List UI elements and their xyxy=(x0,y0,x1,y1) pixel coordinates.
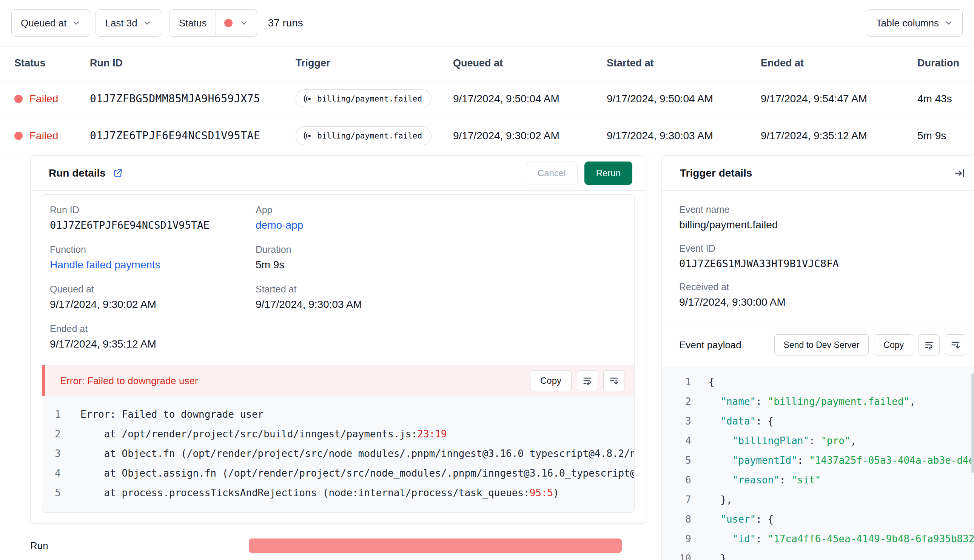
failed-status-dot-icon xyxy=(14,132,23,140)
event-pulse-icon xyxy=(303,94,313,104)
field-value: 9/17/2024, 9:35:12 AM xyxy=(50,338,255,350)
ended-at-cell: 9/17/2024, 9:35:12 AM xyxy=(761,130,917,142)
table-columns-button[interactable]: Table columns xyxy=(867,10,963,37)
trigger-cell: billing/payment.failed xyxy=(295,127,453,145)
function-link[interactable]: Handle failed payments xyxy=(50,259,255,271)
copy-payload-button[interactable]: Copy xyxy=(874,334,913,355)
queued-at-filter-label: Queued at xyxy=(21,17,67,29)
external-link-icon[interactable] xyxy=(112,168,123,178)
table-row[interactable]: Failed 01J7ZE6TPJF6E94NCSD1V95TAE billin… xyxy=(0,117,974,154)
field-label: Run ID xyxy=(50,205,255,215)
code-line: 8 "user": { xyxy=(662,510,974,529)
event-payload-code-area: 1{2 "name": "billing/payment.failed",3 "… xyxy=(662,367,974,560)
app-link[interactable]: demo-app xyxy=(255,219,627,231)
arrow-down-to-line-icon xyxy=(950,340,961,350)
event-payload-section: Event payload Send to Dev Server Copy 1{… xyxy=(662,323,974,560)
column-header-duration: Duration xyxy=(917,57,974,69)
copy-error-button[interactable]: Copy xyxy=(530,370,572,391)
scrollbar-thumb[interactable] xyxy=(971,373,974,473)
code-line: 4 "billingPlan": "pro", xyxy=(662,431,974,450)
field-queued-at: Queued at 9/17/2024, 9:30:02 AM xyxy=(50,284,255,310)
field-app: App demo-app xyxy=(255,205,627,231)
run-details-body: Run ID 01J7ZE6TPJF6E94NCSD1V95TAE App de… xyxy=(30,190,646,524)
field-started-at: Started at 9/17/2024, 9:30:03 AM xyxy=(255,284,627,310)
trigger-details-panel: Trigger details Event name billing/payme… xyxy=(661,155,974,560)
chevron-down-icon xyxy=(944,18,953,28)
error-actions: Copy xyxy=(530,370,624,391)
column-header-trigger: Trigger xyxy=(295,57,453,69)
code-line: 5 "paymentId": "1437a25f-05a3-404a-ab3e-… xyxy=(662,450,974,470)
table-header: Status Run ID Trigger Queued at Started … xyxy=(0,47,974,80)
send-to-dev-server-button[interactable]: Send to Dev Server xyxy=(774,334,869,355)
collapse-panel-button[interactable] xyxy=(953,167,965,179)
table-columns-label: Table columns xyxy=(876,17,939,29)
code-line: 3 at Object.fn (/opt/render/project/src/… xyxy=(42,444,634,463)
cancel-button[interactable]: Cancel xyxy=(526,162,578,185)
table-row[interactable]: Failed 01J7ZFBG5DMM85MJA9H659JX75 billin… xyxy=(0,80,974,117)
queued-at-filter-button[interactable]: Queued at xyxy=(11,10,90,37)
event-payload-json: 1{2 "name": "billing/payment.failed",3 "… xyxy=(662,367,974,560)
rerun-button[interactable]: Rerun xyxy=(584,162,632,185)
trigger-name: billing/payment.failed xyxy=(317,94,422,103)
wrap-text-button[interactable] xyxy=(919,334,940,355)
stack-trace: 1Error: Failed to downgrade user2 at /op… xyxy=(42,396,634,512)
run-info-fields: Run ID 01J7ZE6TPJF6E94NCSD1V95TAE App de… xyxy=(42,195,634,365)
scroll-to-bottom-button[interactable] xyxy=(945,334,966,355)
field-ended-at: Ended at 9/17/2024, 9:35:12 AM xyxy=(50,323,255,350)
trigger-pill[interactable]: billing/payment.failed xyxy=(295,127,432,145)
status-dot-icon xyxy=(224,19,233,27)
queued-at-cell: 9/17/2024, 9:30:02 AM xyxy=(453,130,607,142)
field-value: 9/17/2024, 9:30:00 AM xyxy=(679,296,962,308)
failed-status-dot-icon xyxy=(14,95,23,103)
chevron-down-icon xyxy=(72,18,81,28)
field-label: Event ID xyxy=(679,243,962,254)
field-label: Duration xyxy=(255,244,627,255)
code-line: 6 "reason": "sit" xyxy=(662,470,974,490)
field-value: 01J7ZE6S1MJWA33HT9B1VJC8FA xyxy=(679,258,962,270)
started-at-cell: 9/17/2024, 9:50:04 AM xyxy=(607,93,761,105)
timeline-run-bar[interactable] xyxy=(249,538,622,553)
arrow-right-to-line-icon xyxy=(953,167,965,179)
field-value: 01J7ZE6TPJF6E94NCSD1V95TAE xyxy=(50,219,255,231)
time-range-filter-button[interactable]: Last 3d xyxy=(95,10,161,37)
field-label: Queued at xyxy=(50,284,255,295)
started-at-cell: 9/17/2024, 9:30:03 AM xyxy=(607,130,761,142)
trigger-pill[interactable]: billing/payment.failed xyxy=(295,90,432,108)
code-line: 10 }, xyxy=(662,549,974,560)
column-header-run-id: Run ID xyxy=(90,57,295,69)
field-label: Started at xyxy=(255,284,627,295)
run-detail-area: Run details Cancel Rerun Run ID 01J7ZE6T… xyxy=(5,154,974,560)
field-run-id: Run ID 01J7ZE6TPJF6E94NCSD1V95TAE xyxy=(50,205,255,231)
scroll-to-bottom-button[interactable] xyxy=(603,370,624,391)
chevron-down-icon xyxy=(239,18,249,28)
trigger-name: billing/payment.failed xyxy=(317,131,422,140)
run-details-panel: Run details Cancel Rerun Run ID 01J7ZE6T… xyxy=(30,155,646,524)
code-line: 9 "id": "17ca4ff6-45ea-4149-9b48-6fa935b… xyxy=(662,529,974,549)
filter-toolbar: Queued at Last 3d Status 37 runs Table c… xyxy=(0,0,974,47)
queued-at-cell: 9/17/2024, 9:50:04 AM xyxy=(453,93,607,105)
arrow-down-to-line-icon xyxy=(609,375,619,386)
ended-at-cell: 9/17/2024, 9:54:47 AM xyxy=(761,93,917,105)
run-id-cell: 01J7ZFBG5DMM85MJA9H659JX75 xyxy=(90,92,295,105)
code-line: 7 }, xyxy=(662,490,974,510)
code-line: 1Error: Failed to downgrade user xyxy=(42,405,634,424)
field-label: Received at xyxy=(679,282,962,292)
run-timeline: Run xyxy=(30,538,646,553)
run-id-cell: 01J7ZE6TPJF6E94NCSD1V95TAE xyxy=(90,130,295,142)
code-line: 1{ xyxy=(662,372,974,392)
duration-cell: 5m 9s xyxy=(917,130,974,142)
status-cell: Failed xyxy=(14,130,90,142)
status-filter-label: Status xyxy=(170,10,216,36)
code-line: 4 at Object.assign.fn (/opt/render/proje… xyxy=(42,463,634,483)
code-line: 5 at process.processTicksAndRejections (… xyxy=(42,483,634,503)
column-header-started-at: Started at xyxy=(607,57,761,69)
runs-page: { "colors": { "status_dot": "#f87171", "… xyxy=(0,0,974,560)
wrap-text-button[interactable] xyxy=(577,370,598,391)
field-received-at: Received at 9/17/2024, 9:30:00 AM xyxy=(679,282,962,308)
field-label: Event name xyxy=(679,204,962,215)
status-filter-button[interactable]: Status xyxy=(170,10,257,37)
event-payload-title: Event payload xyxy=(679,338,751,351)
runs-count: 37 runs xyxy=(268,17,303,29)
trigger-cell: billing/payment.failed xyxy=(295,90,453,108)
field-label: Function xyxy=(50,244,255,255)
